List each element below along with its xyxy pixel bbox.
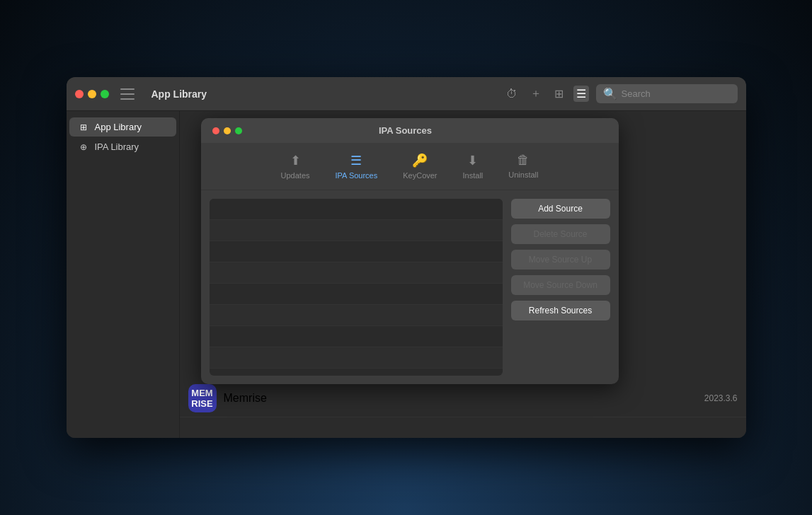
grid-icon: ⊞ [78, 122, 89, 132]
search-input[interactable] [622, 88, 731, 99]
ipa-sources-popup: IPA Sources ⬆ Updates ☰ IPA Sources [201, 118, 739, 438]
tab-ipa-sources-label: IPA Sources [336, 171, 378, 180]
delete-source-button[interactable]: Delete Source [511, 224, 610, 244]
search-bar[interactable]: 🔍 [596, 84, 738, 103]
history-icon[interactable]: ⏱ [503, 86, 520, 102]
minimize-button[interactable] [88, 90, 96, 98]
popup-body: Add Source Delete Source Move Source Up … [201, 190, 619, 384]
source-row [210, 241, 503, 262]
sidebar-item-app-library[interactable]: ⊞ App Library [69, 117, 176, 137]
ipa-sources-tab-icon: ☰ [350, 153, 362, 168]
source-row [210, 347, 503, 369]
tab-install-label: Install [463, 171, 484, 180]
source-row [210, 199, 503, 220]
app-list: IPA Sources ⬆ Updates ☰ IPA Sources [180, 111, 746, 438]
sidebar: ⊞ App Library ⊕ IPA Library [67, 111, 180, 438]
tab-keycover-label: KeyCover [403, 171, 437, 180]
tab-keycover[interactable]: 🔑 KeyCover [390, 149, 450, 184]
add-source-button[interactable]: Add Source [511, 199, 610, 219]
sources-actions: Add Source Delete Source Move Source Up … [511, 199, 610, 376]
plus-circle-icon: ⊕ [78, 142, 89, 152]
popup-close-button[interactable] [212, 127, 219, 134]
keycover-tab-icon: 🔑 [412, 153, 428, 168]
source-row [210, 284, 503, 305]
tab-install[interactable]: ⬇ Install [450, 149, 496, 184]
source-row [210, 305, 503, 326]
sidebar-label-app-library: App Library [95, 122, 142, 132]
window-title: App Library [151, 88, 498, 100]
grid-view-icon[interactable]: ⊞ [551, 86, 566, 102]
main-window: App Library ⏱ ＋ ⊞ ☰ 🔍 ⊞ App Library ⊕ IP… [67, 77, 746, 438]
tab-ipa-sources[interactable]: ☰ IPA Sources [323, 149, 391, 184]
move-source-up-button[interactable]: Move Source Up [511, 250, 610, 270]
popup-minimize-button[interactable] [224, 127, 231, 134]
add-icon[interactable]: ＋ [527, 85, 544, 103]
sidebar-toggle-button[interactable] [120, 88, 135, 100]
popup-window: IPA Sources ⬆ Updates ☰ IPA Sources [201, 118, 619, 384]
sources-list[interactable] [210, 199, 503, 376]
sidebar-label-ipa-library: IPA Library [95, 141, 139, 152]
tab-updates-label: Updates [281, 171, 310, 180]
maximize-button[interactable] [101, 90, 109, 98]
popup-maximize-button[interactable] [235, 127, 242, 134]
popup-title: IPA Sources [246, 125, 565, 136]
sidebar-item-ipa-library[interactable]: ⊕ IPA Library [69, 137, 176, 156]
popup-titlebar: IPA Sources [201, 118, 619, 143]
install-tab-icon: ⬇ [467, 153, 478, 168]
titlebar-actions: ⏱ ＋ ⊞ ☰ 🔍 [503, 84, 738, 103]
close-button[interactable] [75, 90, 84, 98]
source-row [210, 326, 503, 347]
tab-updates[interactable]: ⬆ Updates [268, 149, 323, 184]
source-row [210, 262, 503, 284]
move-source-down-button[interactable]: Move Source Down [511, 275, 610, 295]
updates-tab-icon: ⬆ [290, 153, 301, 168]
search-icon: 🔍 [603, 87, 617, 100]
traffic-lights [75, 90, 109, 98]
source-row [210, 220, 503, 241]
refresh-sources-button[interactable]: Refresh Sources [511, 301, 610, 320]
popup-tabs: ⬆ Updates ☰ IPA Sources 🔑 KeyCover ⬇ [201, 143, 619, 190]
tab-uninstall[interactable]: 🗑 Uninstall [496, 149, 551, 184]
titlebar: App Library ⏱ ＋ ⊞ ☰ 🔍 [67, 77, 746, 111]
main-content: ⊞ App Library ⊕ IPA Library IPA Sources [67, 111, 746, 438]
uninstall-tab-icon: 🗑 [517, 153, 530, 168]
tab-uninstall-label: Uninstall [508, 170, 538, 179]
list-view-icon[interactable]: ☰ [573, 86, 589, 102]
